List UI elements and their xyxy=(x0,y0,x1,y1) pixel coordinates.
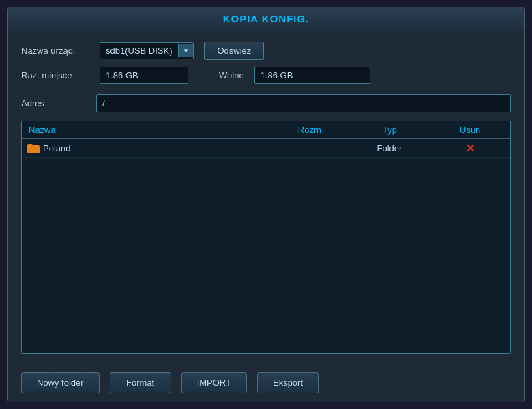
bottom-bar: Nowy folder Format IMPORT Eksport xyxy=(8,364,524,402)
delete-icon[interactable]: ✕ xyxy=(466,142,475,154)
address-row: Adres xyxy=(21,94,511,112)
col-header-type: Typ xyxy=(350,125,430,135)
table-header: Nazwa Rozm Typ Usuń xyxy=(22,121,510,139)
device-dropdown-arrow[interactable]: ▼ xyxy=(178,44,194,57)
refresh-button[interactable]: Odśwież xyxy=(204,42,264,60)
row-name: Poland xyxy=(43,143,70,153)
export-button[interactable]: Eksport xyxy=(257,372,319,393)
format-button[interactable]: Format xyxy=(110,372,171,393)
free-label: Wolne xyxy=(219,70,244,80)
folder-icon xyxy=(27,144,40,153)
free-field xyxy=(254,67,370,84)
table-row[interactable]: Poland Folder ✕ xyxy=(22,139,510,158)
new-folder-button[interactable]: Nowy folder xyxy=(21,372,100,393)
size-field xyxy=(100,67,188,84)
col-header-size: Rozm xyxy=(269,125,350,135)
window-title: KOPIA KONFIG. xyxy=(223,13,310,25)
address-input[interactable] xyxy=(96,94,511,112)
device-row: Nazwa urząd. sdb1(USB DISK) ▼ Odśwież xyxy=(21,42,511,60)
import-button[interactable]: IMPORT xyxy=(181,372,247,393)
device-value: sdb1(USB DISK) xyxy=(100,43,178,59)
size-label: Raz. miejsce xyxy=(21,70,89,80)
row-type-cell: Folder xyxy=(349,143,430,153)
content-area: Nazwa urząd. sdb1(USB DISK) ▼ Odśwież Ra… xyxy=(8,31,524,364)
title-bar: KOPIA KONFIG. xyxy=(8,7,524,31)
size-row: Raz. miejsce Wolne xyxy=(21,67,511,84)
file-table: Nazwa Rozm Typ Usuń Poland Folder ✕ xyxy=(21,121,511,354)
col-header-delete: Usuń xyxy=(430,125,510,135)
row-delete-cell[interactable]: ✕ xyxy=(430,142,510,155)
table-body: Poland Folder ✕ xyxy=(22,139,510,353)
col-header-name: Nazwa xyxy=(22,125,269,135)
device-selector[interactable]: sdb1(USB DISK) ▼ xyxy=(100,42,194,59)
row-name-cell: Poland xyxy=(22,143,269,153)
address-label: Adres xyxy=(21,98,89,108)
device-label: Nazwa urząd. xyxy=(21,46,89,56)
main-window: KOPIA KONFIG. Nazwa urząd. sdb1(USB DISK… xyxy=(7,7,525,402)
